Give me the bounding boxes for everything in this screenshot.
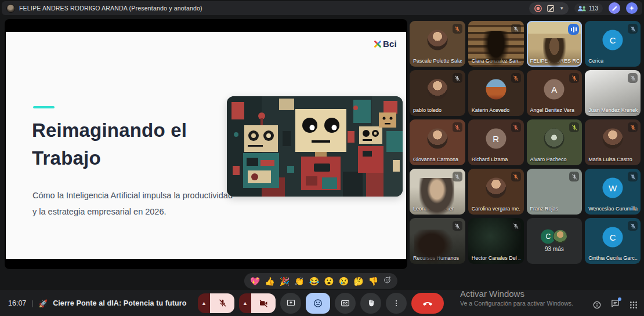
mic-off-icon — [218, 298, 227, 308]
letter-avatar: R — [486, 129, 506, 149]
presentation-slide: Bci Reimaginando el Trabajo Cómo la Inte… — [6, 32, 406, 259]
mic-muted-icon — [453, 73, 462, 83]
participant-name: pablo toledo — [413, 107, 442, 113]
reaction-emoji-button[interactable]: 😂 — [309, 277, 319, 285]
info-icon[interactable] — [592, 300, 602, 310]
chevron-down-icon: ▼ — [559, 6, 564, 11]
participant-tile[interactable]: Alvaro Pacheco — [527, 119, 583, 165]
participant-tile[interactable]: W Wenceslao Curumilla — [585, 169, 641, 215]
mic-toggle-button[interactable] — [210, 293, 234, 313]
overflow-count-label: 93 más — [527, 246, 583, 252]
participant-tile[interactable]: Clara Gonzalez San... — [468, 21, 524, 67]
avatar — [486, 178, 506, 198]
participant-name: Recursos Humanos — [413, 255, 459, 261]
camera-options-button[interactable]: ▲ — [239, 293, 251, 313]
mic-off-icon — [454, 223, 461, 230]
avatar — [603, 129, 623, 149]
reactions-bar: 💖👍🎉👏😂😮😢🤔👎 — [244, 273, 397, 289]
participant-tile[interactable]: Leonardo Letelier — [410, 169, 465, 215]
participant-tile[interactable]: A Angel Benitez Vera — [527, 70, 583, 116]
present-screen-button[interactable] — [280, 293, 301, 314]
camera-toggle-button[interactable] — [251, 293, 276, 313]
participant-tile[interactable]: Katerin Acevedo — [468, 70, 524, 116]
reaction-emoji-button[interactable]: 👏 — [294, 277, 304, 285]
participant-name: Hector Canales Del ... — [472, 255, 520, 261]
participant-tile[interactable]: Giovanna Carmona — [410, 119, 465, 165]
bci-logo-text: Bci — [383, 39, 397, 49]
slide-subtitle-line1: Cómo la Inteligencia Artificial impulsa … — [32, 187, 233, 204]
letter-avatar: C — [603, 227, 623, 248]
participant-tile[interactable]: Carolina vergara me... — [468, 169, 524, 215]
slide-title-line1: Reimaginando el — [32, 117, 187, 144]
participant-tile[interactable]: C Cinthia Cecilia Garc... — [585, 218, 641, 264]
participant-tile[interactable]: Juan Méndez Krenek — [585, 70, 641, 116]
bci-logo: Bci — [373, 39, 397, 49]
participant-name: Giovanna Carmona — [413, 157, 458, 162]
call-end-icon — [422, 297, 433, 309]
mic-muted-icon — [628, 24, 638, 34]
overflow-avatars: C — [541, 229, 567, 244]
meeting-title: Cierre Ponte al dIA: Potencia tu futuro — [53, 299, 186, 307]
mic-off-icon — [571, 173, 578, 180]
recording-icon — [534, 4, 542, 13]
presenter-label: FELIPE ANDRES RODRIGO ARANDA (Presentand… — [19, 5, 202, 12]
participant-tile[interactable]: Recursos Humanos — [410, 218, 465, 264]
reaction-emoji-button[interactable]: 👍 — [265, 277, 274, 285]
participant-name: FELIPE ANDRES ROD... — [530, 58, 579, 64]
reaction-emoji-button[interactable]: 🤔 — [353, 277, 363, 285]
raise-hand-button[interactable] — [360, 293, 381, 314]
screenshare-panel[interactable]: Bci Reimaginando el Trabajo Cómo la Inte… — [5, 19, 407, 269]
apps-grid-icon[interactable] — [629, 300, 638, 310]
gemini-sparkle-icon — [628, 5, 635, 12]
mic-muted-icon — [628, 221, 638, 231]
participant-name: Cerica — [588, 58, 603, 64]
reactions-toggle-button[interactable] — [306, 293, 330, 314]
participant-tile[interactable]: Hector Canales Del ... — [468, 218, 524, 264]
avatar — [553, 229, 567, 244]
mic-muted-icon — [628, 172, 638, 181]
participants-grid: Pascale Polette Salas Clara Gonzalez San… — [410, 21, 641, 264]
mic-off-icon — [454, 124, 461, 131]
participants-count-button[interactable]: 113 — [574, 3, 603, 13]
participant-name: Wenceslao Curumilla — [588, 206, 637, 212]
presentation-options-pill[interactable]: ▼ — [529, 2, 569, 14]
more-options-button[interactable] — [386, 293, 407, 314]
captions-button[interactable] — [335, 293, 356, 314]
call-controls: ▲ ▲ — [198, 293, 444, 314]
participant-name: Katerin Acevedo — [472, 107, 510, 113]
avatar — [544, 129, 565, 149]
participant-name: Clara Gonzalez San... — [472, 58, 520, 64]
mic-off-icon — [512, 173, 519, 180]
mic-off-icon — [629, 223, 636, 230]
avatar — [486, 79, 506, 100]
participant-tile[interactable]: Franz Rojas — [527, 169, 583, 215]
reaction-style-toggle-icon[interactable] — [383, 275, 392, 286]
avatar — [427, 129, 447, 149]
participant-tile[interactable]: C Cerica — [585, 21, 641, 67]
participant-tile[interactable]: C93 más — [527, 218, 583, 264]
participant-tile[interactable]: R Richard Lizama — [468, 119, 524, 165]
chat-button[interactable] — [610, 299, 620, 311]
participant-tile[interactable]: Pascale Polette Salas — [410, 21, 465, 67]
participant-tile[interactable]: FELIPE ANDRES ROD... — [527, 21, 583, 67]
reaction-emoji-button[interactable]: 😮 — [324, 277, 334, 285]
reaction-emoji-button[interactable]: 💖 — [250, 277, 260, 285]
leave-call-button[interactable] — [411, 293, 444, 314]
gemini-button[interactable] — [626, 2, 638, 14]
reaction-emoji-button[interactable]: 😢 — [339, 277, 349, 285]
bci-x-mark-icon — [373, 39, 382, 49]
people-icon — [577, 5, 587, 12]
mic-off-icon — [629, 124, 636, 131]
participant-tile[interactable]: Maria Luisa Castro — [585, 119, 641, 165]
participant-tile[interactable]: pablo toledo — [410, 70, 465, 116]
participant-name: Juan Méndez Krenek — [588, 107, 637, 113]
participant-name: Alvaro Pacheco — [530, 157, 567, 162]
mic-off-icon — [571, 75, 578, 82]
reaction-emoji-button[interactable]: 👎 — [368, 277, 378, 285]
annotate-button[interactable] — [609, 2, 620, 14]
mic-options-button[interactable]: ▲ — [198, 293, 210, 313]
reaction-emoji-button[interactable]: 🎉 — [280, 277, 290, 285]
slide-title-line2: Trabajo — [32, 144, 187, 172]
accent-line — [33, 106, 55, 108]
mic-off-icon — [571, 124, 578, 131]
